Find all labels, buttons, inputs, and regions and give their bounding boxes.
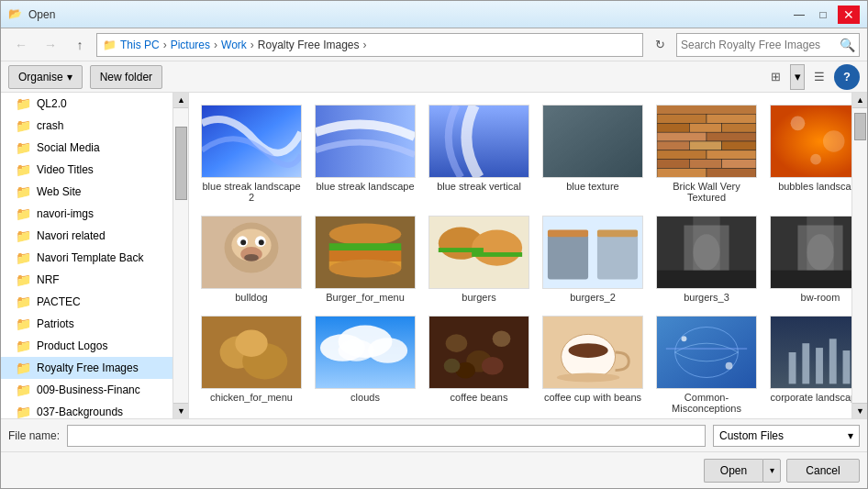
sidebar-item-label: Royalty Free Images bbox=[37, 361, 139, 374]
file-item[interactable]: clouds bbox=[310, 311, 420, 418]
sidebar-item-royalty-free-images[interactable]: 📁Royalty Free Images bbox=[1, 357, 172, 379]
main-area: 📁QL2.0📁crash📁Social Media📁Video Titles📁W… bbox=[1, 93, 867, 418]
file-item[interactable]: Common-Misconceptions bbox=[651, 311, 762, 418]
file-thumbnail bbox=[542, 216, 643, 289]
file-thumbnail bbox=[201, 216, 302, 289]
file-label: burgers_3 bbox=[684, 292, 729, 303]
file-item[interactable]: blue texture bbox=[538, 100, 648, 207]
sidebar-item-label: QL2.0 bbox=[37, 97, 67, 110]
organise-button[interactable]: Organise ▾ bbox=[8, 65, 83, 89]
file-item[interactable]: blue streak landscape 2 bbox=[196, 100, 306, 207]
svg-rect-16 bbox=[722, 141, 756, 150]
forward-button[interactable]: → bbox=[38, 32, 63, 58]
help-button[interactable]: ? bbox=[834, 64, 860, 90]
filename-input[interactable] bbox=[67, 425, 706, 447]
folder-icon: 📁 bbox=[16, 383, 31, 397]
sidebar-item-patriots[interactable]: 📁Patriots bbox=[1, 313, 172, 335]
svg-point-34 bbox=[259, 239, 264, 245]
file-thumbnail bbox=[542, 316, 643, 389]
file-item[interactable]: coffee beans bbox=[424, 311, 534, 418]
svg-point-87 bbox=[726, 362, 733, 370]
file-thumbnail bbox=[428, 105, 529, 178]
details-pane-button[interactable]: ☰ bbox=[807, 64, 832, 90]
svg-point-82 bbox=[557, 373, 620, 383]
maximize-button[interactable]: □ bbox=[812, 6, 834, 24]
sidebar-item-ql2-0[interactable]: 📁QL2.0 bbox=[1, 93, 172, 115]
file-item[interactable]: burgers_2 bbox=[538, 211, 648, 307]
file-item[interactable]: bulldog bbox=[196, 211, 306, 307]
svg-rect-17 bbox=[657, 150, 707, 160]
sidebar-item-social-media[interactable]: 📁Social Media bbox=[1, 137, 172, 159]
organise-arrow-icon: ▾ bbox=[67, 71, 72, 83]
back-button[interactable]: ← bbox=[8, 32, 34, 58]
close-button[interactable]: ✕ bbox=[838, 6, 860, 24]
svg-rect-19 bbox=[657, 160, 689, 169]
sidebar-item-crash[interactable]: 📁crash bbox=[1, 115, 172, 137]
sidebar-item-product-logos[interactable]: 📁Product Logos bbox=[1, 335, 172, 357]
open-arrow-button[interactable]: ▾ bbox=[762, 459, 781, 483]
up-button[interactable]: ↑ bbox=[67, 32, 93, 58]
file-label: blue texture bbox=[566, 181, 618, 192]
file-item[interactable]: Burger_for_menu bbox=[310, 211, 420, 307]
view-icons: ⊞ ▾ ☰ ? bbox=[762, 64, 860, 90]
file-item[interactable]: burgers bbox=[424, 211, 534, 307]
svg-rect-20 bbox=[689, 160, 721, 169]
sidebar-item-nrf[interactable]: 📁NRF bbox=[1, 269, 172, 291]
file-item[interactable]: blue streak vertical bbox=[424, 100, 534, 207]
file-item[interactable]: chicken_for_menu bbox=[196, 311, 306, 418]
breadcrumb-thispc[interactable]: This PC bbox=[120, 39, 160, 51]
svg-rect-51 bbox=[548, 229, 588, 237]
minimize-button[interactable]: — bbox=[788, 6, 810, 24]
folder-icon: 📁 bbox=[16, 184, 31, 199]
sidebar-item-label: 037-Backgrounds bbox=[37, 406, 123, 418]
sidebar-item-navori-imgs[interactable]: 📁navori-imgs bbox=[1, 203, 172, 225]
content-scroll-up[interactable]: ▲ bbox=[852, 93, 867, 108]
sidebar-item-037-backgrounds[interactable]: 📁037-Backgrounds bbox=[1, 401, 172, 418]
breadcrumb-current: Royalty Free Images bbox=[258, 39, 360, 51]
scroll-up-button[interactable]: ▲ bbox=[173, 93, 189, 108]
file-thumbnail bbox=[428, 316, 529, 389]
scroll-thumb[interactable] bbox=[175, 127, 187, 200]
sidebar-item-navori-template-back[interactable]: 📁Navori Template Back bbox=[1, 247, 172, 269]
sidebar-item-video-titles[interactable]: 📁Video Titles bbox=[1, 159, 172, 181]
file-label: coffee cup with beans bbox=[544, 392, 641, 403]
breadcrumb-work[interactable]: Work bbox=[221, 39, 247, 51]
svg-rect-13 bbox=[707, 132, 756, 141]
file-item[interactable]: blue streak landscape bbox=[310, 100, 420, 207]
view-dropdown-button[interactable]: ▾ bbox=[790, 64, 805, 90]
cancel-button[interactable]: Cancel bbox=[786, 459, 860, 483]
file-label: clouds bbox=[351, 392, 380, 403]
search-input[interactable] bbox=[681, 39, 840, 51]
content-scroll-down[interactable]: ▼ bbox=[852, 403, 867, 418]
sidebar-list: 📁QL2.0📁crash📁Social Media📁Video Titles📁W… bbox=[1, 93, 188, 418]
sidebar-item-navori-related[interactable]: 📁Navori related bbox=[1, 225, 172, 247]
svg-rect-22 bbox=[657, 168, 707, 177]
svg-rect-50 bbox=[597, 234, 638, 279]
svg-point-77 bbox=[482, 357, 504, 375]
view-large-icons-button[interactable]: ⊞ bbox=[762, 64, 788, 90]
content-scroll-thumb[interactable] bbox=[854, 113, 866, 140]
new-folder-button[interactable]: New folder bbox=[90, 65, 162, 89]
title-bar-buttons: — □ ✕ bbox=[788, 6, 860, 24]
sidebar-item-pactec[interactable]: 📁PACTEC bbox=[1, 291, 172, 313]
svg-point-73 bbox=[446, 334, 468, 352]
sidebar: 📁QL2.0📁crash📁Social Media📁Video Titles📁W… bbox=[1, 93, 189, 418]
sidebar-item-label: Social Media bbox=[37, 141, 100, 154]
filetype-dropdown[interactable]: Custom Files ▾ bbox=[713, 425, 860, 447]
file-item[interactable]: burgers_3 bbox=[651, 211, 762, 307]
svg-rect-9 bbox=[657, 123, 689, 132]
file-item[interactable]: Brick Wall Very Textured bbox=[651, 100, 762, 207]
folder-icon: 📁 bbox=[16, 140, 31, 155]
file-label: bulldog bbox=[235, 292, 267, 303]
sidebar-item-web-site[interactable]: 📁Web Site bbox=[1, 181, 172, 203]
file-item[interactable]: coffee cup with beans bbox=[538, 311, 648, 418]
scroll-down-button[interactable]: ▼ bbox=[173, 403, 189, 418]
open-button[interactable]: Open bbox=[704, 459, 762, 483]
sidebar-item-009-business-financ[interactable]: 📁009-Business-Financ bbox=[1, 379, 172, 401]
refresh-button[interactable]: ↻ bbox=[647, 33, 673, 57]
svg-point-78 bbox=[444, 359, 461, 373]
search-icon[interactable]: 🔍 bbox=[840, 38, 855, 52]
file-label: coffee beans bbox=[451, 392, 508, 403]
breadcrumb-pictures[interactable]: Pictures bbox=[171, 39, 210, 51]
svg-rect-90 bbox=[802, 343, 809, 383]
